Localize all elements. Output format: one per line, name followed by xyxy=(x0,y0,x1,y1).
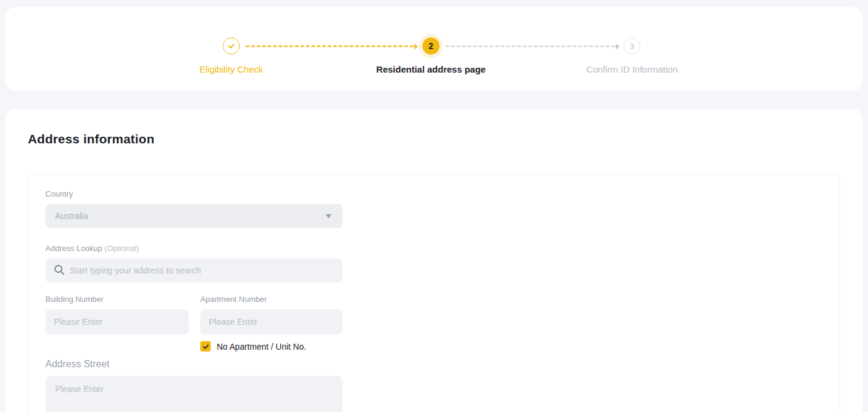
step-label-confirm-id: Confirm ID Information xyxy=(587,64,678,74)
check-icon xyxy=(227,42,235,50)
building-number-label: Building Number xyxy=(45,295,189,304)
apartment-number-input[interactable] xyxy=(200,309,343,335)
address-lookup-optional-text: (Optional) xyxy=(105,244,139,253)
address-street-label: Address Street xyxy=(45,359,823,370)
no-apartment-checkbox-label: No Apartment / Unit No. xyxy=(217,342,306,352)
no-apartment-checkbox-row: No Apartment / Unit No. xyxy=(200,341,343,352)
address-lookup-field xyxy=(45,258,343,283)
chevron-down-icon xyxy=(326,214,332,218)
arrow-right-icon xyxy=(616,44,620,50)
address-form-panel: Country Australia Address Lookup (Option… xyxy=(28,174,840,412)
building-number-input[interactable] xyxy=(45,309,189,335)
address-lookup-label: Address Lookup (Optional) xyxy=(45,244,823,253)
step-upcoming-badge: 3 xyxy=(623,38,640,54)
step-current-badge: 2 xyxy=(422,38,439,54)
address-lookup-label-text: Address Lookup xyxy=(45,244,102,253)
address-lookup-input[interactable] xyxy=(45,258,343,283)
step-completed-badge xyxy=(223,38,240,54)
step-label-residential-address: Residential address page xyxy=(376,64,486,74)
country-select-value: Australia xyxy=(55,211,88,221)
arrow-right-icon xyxy=(414,44,418,50)
page-title: Address information xyxy=(28,132,840,146)
country-select[interactable]: Australia xyxy=(45,204,343,228)
stepper-connector-2 xyxy=(446,45,615,47)
stepper-connector-1 xyxy=(246,45,413,47)
country-label: Country xyxy=(45,189,823,198)
stepper-card: Eligibility Check 2 Residential address … xyxy=(5,7,863,91)
address-street-input[interactable] xyxy=(45,376,343,412)
step-label-eligibility-check: Eligibility Check xyxy=(199,64,263,74)
address-form-card: Address information Country Australia Ad… xyxy=(5,109,863,412)
no-apartment-checkbox[interactable] xyxy=(200,341,211,352)
apartment-number-label: Apartment Number xyxy=(200,295,343,304)
